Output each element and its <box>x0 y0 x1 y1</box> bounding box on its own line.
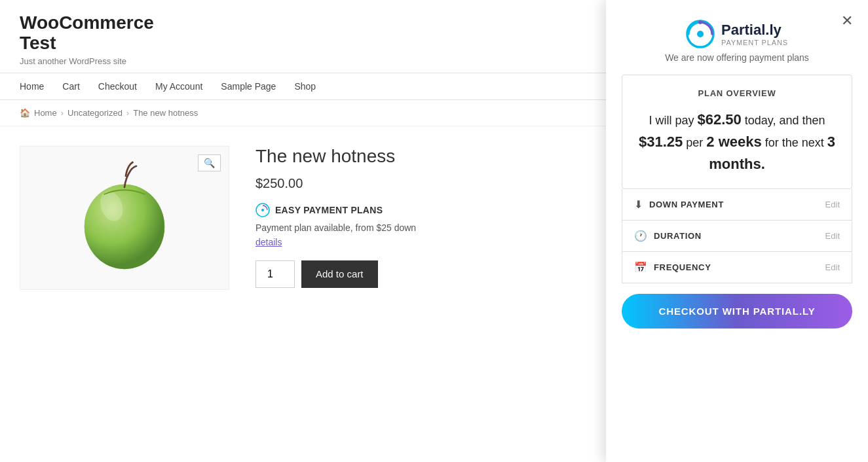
quantity-row: Add to cart <box>255 260 544 288</box>
modal-logo-area: Partial.ly PAYMENT PLANS We are now offe… <box>622 20 852 63</box>
logo-sub: PAYMENT PLANS <box>721 39 788 46</box>
down-payment-row: ⬇ DOWN PAYMENT Edit <box>622 189 852 221</box>
breadcrumb-home-icon: 🏠 <box>20 108 30 118</box>
partially-logo-icon <box>686 20 715 48</box>
nav-checkout[interactable]: Checkout <box>98 81 137 92</box>
logo-text-wrap: Partial.ly PAYMENT PLANS <box>721 22 788 46</box>
product-price: $250.00 <box>255 176 544 191</box>
nav-home[interactable]: Home <box>20 81 44 92</box>
nav-cart[interactable]: Cart <box>62 81 79 92</box>
payment-desc: Payment plan available, from $25 down <box>255 222 544 233</box>
down-payment-icon: ⬇ <box>634 198 643 211</box>
nav-shop[interactable]: Shop <box>294 81 316 92</box>
product-image <box>66 159 183 277</box>
svg-point-7 <box>698 20 702 24</box>
down-payment-edit-link[interactable]: Edit <box>825 200 840 209</box>
frequency-edit-link[interactable]: Edit <box>825 262 840 272</box>
product-title: The new hotness <box>255 146 544 167</box>
frequency-icon: 📅 <box>634 261 647 274</box>
frequency-row: 📅 FREQUENCY Edit <box>622 252 852 283</box>
modal-panel: ✕ Partial.ly PAYMENT PLANS We are now of… <box>606 0 868 310</box>
easy-payment-label: EASY PAYMENT PLANS <box>275 205 383 215</box>
nav-sample-page[interactable]: Sample Page <box>221 81 276 92</box>
main-content: 🔍 The new hotness $250.0 <box>0 126 563 310</box>
duration-edit-link[interactable]: Edit <box>825 231 840 241</box>
breadcrumb-current: The new hotness <box>133 108 198 118</box>
svg-point-6 <box>697 31 704 37</box>
quantity-input[interactable] <box>255 260 295 288</box>
plan-overview-title: PLAN OVERVIEW <box>634 88 840 98</box>
modal-close-button[interactable]: ✕ <box>835 9 859 33</box>
duration-label: DURATION <box>654 231 819 241</box>
breadcrumb-link-home[interactable]: Home <box>34 108 57 118</box>
add-to-cart-button[interactable]: Add to cart <box>301 260 378 288</box>
plan-overview-box: PLAN OVERVIEW I will pay $62.50 today, a… <box>622 75 852 189</box>
logo-brand: Partial.ly <box>721 22 788 39</box>
down-payment-label: DOWN PAYMENT <box>649 200 819 209</box>
payment-details-link[interactable]: details <box>255 237 282 247</box>
breadcrumb-link-uncategorized[interactable]: Uncategorized <box>67 108 123 118</box>
zoom-button[interactable]: 🔍 <box>198 154 221 171</box>
svg-point-1 <box>85 184 164 269</box>
duration-row: 🕐 DURATION Edit <box>622 221 852 252</box>
frequency-label: FREQUENCY <box>654 262 819 272</box>
product-image-wrap: 🔍 <box>20 146 229 290</box>
product-details: The new hotness $250.00 EASY PAYMENT PLA… <box>255 146 544 290</box>
easy-payment-header: EASY PAYMENT PLANS <box>255 203 544 217</box>
duration-icon: 🕐 <box>634 230 647 242</box>
checkout-with-partially-button[interactable]: CHECKOUT WITH PARTIAL.LY <box>622 294 852 309</box>
modal-tagline: We are now offering payment plans <box>665 52 809 63</box>
logo-row: Partial.ly PAYMENT PLANS <box>686 20 788 48</box>
plan-overview-text: I will pay $62.50 today, and then $31.25… <box>634 109 840 175</box>
partial-icon <box>255 203 270 217</box>
nav-my-account[interactable]: My Account <box>155 81 202 92</box>
svg-point-4 <box>261 209 264 211</box>
